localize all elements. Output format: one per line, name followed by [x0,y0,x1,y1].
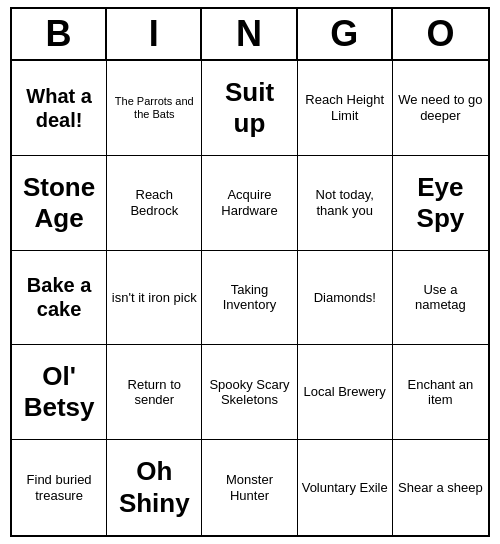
bingo-cell-15: Ol' Betsy [12,345,107,440]
bingo-cell-10: Bake a cake [12,251,107,346]
bingo-cell-3: Reach Height Limit [298,61,393,156]
bingo-cell-11: isn't it iron pick [107,251,202,346]
bingo-cell-21: Oh Shiny [107,440,202,535]
bingo-cell-4: We need to go deeper [393,61,488,156]
bingo-cell-19: Enchant an item [393,345,488,440]
bingo-cell-22: Monster Hunter [202,440,297,535]
header-letter-n: N [202,9,297,59]
bingo-cell-5: Stone Age [12,156,107,251]
bingo-cell-1: The Parrots and the Bats [107,61,202,156]
header-letter-g: G [298,9,393,59]
bingo-card: BINGO What a deal!The Parrots and the Ba… [10,7,490,537]
header-letter-o: O [393,9,488,59]
bingo-cell-16: Return to sender [107,345,202,440]
bingo-cell-18: Local Brewery [298,345,393,440]
bingo-cell-12: Taking Inventory [202,251,297,346]
bingo-cell-9: Eye Spy [393,156,488,251]
bingo-cell-17: Spooky Scary Skeletons [202,345,297,440]
bingo-cell-0: What a deal! [12,61,107,156]
bingo-cell-20: Find buried treasure [12,440,107,535]
bingo-cell-6: Reach Bedrock [107,156,202,251]
bingo-cell-8: Not today, thank you [298,156,393,251]
bingo-grid: What a deal!The Parrots and the BatsSuit… [12,61,488,535]
bingo-header: BINGO [12,9,488,61]
bingo-cell-2: Suit up [202,61,297,156]
bingo-cell-24: Shear a sheep [393,440,488,535]
bingo-cell-23: Voluntary Exile [298,440,393,535]
bingo-cell-14: Use a nametag [393,251,488,346]
bingo-cell-13: Diamonds! [298,251,393,346]
bingo-cell-7: Acquire Hardware [202,156,297,251]
header-letter-i: I [107,9,202,59]
header-letter-b: B [12,9,107,59]
